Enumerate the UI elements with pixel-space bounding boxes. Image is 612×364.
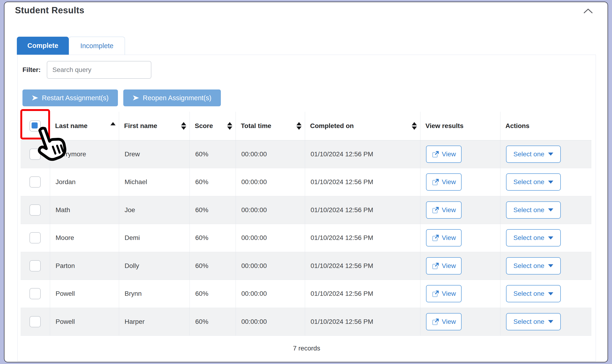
cell-completed-on: 01/10/2024 12:56 PM <box>305 224 420 252</box>
column-header-first-name[interactable]: First name <box>119 112 190 140</box>
external-link-icon <box>432 234 440 242</box>
cell-last-name: Jordan <box>50 168 119 196</box>
tab-content-pane: Filter: Restart Assignment(s) Reopen Ass… <box>17 55 596 361</box>
table-header-row: Last name First name Score Total ti <box>21 112 591 140</box>
column-header-score[interactable]: Score <box>190 112 236 140</box>
cell-first-name: Dolly <box>119 252 190 280</box>
cell-total-time: 00:00:00 <box>236 196 305 224</box>
cell-total-time: 00:00:00 <box>236 224 305 252</box>
row-checkbox[interactable] <box>29 316 41 327</box>
select-one-button[interactable]: Select one <box>506 229 561 247</box>
cell-total-time: 00:00:00 <box>236 168 305 196</box>
row-checkbox[interactable] <box>29 149 41 160</box>
view-button[interactable]: View <box>426 313 461 330</box>
view-button-label: View <box>442 262 456 270</box>
sort-asc-icon[interactable] <box>111 122 116 130</box>
cell-total-time: 00:00:00 <box>236 140 305 168</box>
cell-completed-on: 01/10/2024 12:56 PM <box>305 308 420 336</box>
column-header-total-time[interactable]: Total time <box>236 112 305 140</box>
view-button[interactable]: View <box>426 173 461 191</box>
restart-assignments-label: Restart Assignment(s) <box>42 94 109 102</box>
select-one-button[interactable]: Select one <box>506 201 561 219</box>
cell-first-name: Drew <box>119 140 190 168</box>
cell-score: 60% <box>190 224 236 252</box>
select-one-button[interactable]: Select one <box>506 145 561 163</box>
view-button[interactable]: View <box>426 229 461 247</box>
select-one-button[interactable]: Select one <box>506 285 561 302</box>
cell-total-time: 00:00:00 <box>236 308 305 336</box>
caret-down-icon <box>548 236 553 239</box>
select-one-button[interactable]: Select one <box>506 257 561 274</box>
select-all-checkbox[interactable] <box>29 120 41 131</box>
reopen-assignments-button[interactable]: Reopen Assignment(s) <box>123 90 221 106</box>
external-link-icon <box>432 318 440 326</box>
column-header-actions: Actions <box>500 112 591 140</box>
tab-incomplete[interactable]: Incomplete <box>69 37 125 55</box>
caret-down-icon <box>548 264 553 267</box>
view-button-label: View <box>442 150 456 158</box>
student-results-panel: Student Results Complete Incomplete Filt… <box>4 2 608 362</box>
view-button[interactable]: View <box>426 285 461 302</box>
table-row: Moore Demi 60% 00:00:00 01/10/2024 12:56… <box>21 224 591 252</box>
column-header-view-results: View results <box>420 112 500 140</box>
search-input[interactable] <box>47 61 151 79</box>
external-link-icon <box>432 150 440 158</box>
cell-first-name: Brynn <box>119 280 190 308</box>
select-one-label: Select one <box>514 150 544 158</box>
cell-last-name: Barrymore <box>50 140 119 168</box>
row-checkbox[interactable] <box>29 176 41 188</box>
sort-both-icon[interactable] <box>296 122 302 130</box>
external-link-icon <box>432 206 440 214</box>
arrow-icon <box>133 95 139 101</box>
column-header-completed-on[interactable]: Completed on <box>305 112 420 140</box>
view-button-label: View <box>442 234 456 242</box>
restart-assignments-button[interactable]: Restart Assignment(s) <box>22 90 118 106</box>
table-row: Parton Dolly 60% 00:00:00 01/10/2024 12:… <box>21 252 591 280</box>
caret-down-icon <box>548 292 553 295</box>
view-button[interactable]: View <box>426 257 461 274</box>
select-one-label: Select one <box>514 206 544 214</box>
external-link-icon <box>432 262 440 270</box>
table-row: Barrymore Drew 60% 00:00:00 01/10/2024 1… <box>21 140 591 168</box>
row-checkbox[interactable] <box>29 288 41 299</box>
cell-completed-on: 01/10/2024 12:56 PM <box>305 168 420 196</box>
select-one-button[interactable]: Select one <box>506 313 561 330</box>
tab-bar: Complete Incomplete <box>17 37 125 55</box>
column-label: Score <box>195 122 213 130</box>
bulk-actions: Restart Assignment(s) Reopen Assignment(… <box>22 90 221 106</box>
cell-last-name: Powell <box>50 308 119 336</box>
row-checkbox[interactable] <box>29 232 41 244</box>
tab-complete[interactable]: Complete <box>17 37 69 55</box>
arrow-icon <box>32 95 38 101</box>
view-button[interactable]: View <box>426 145 461 163</box>
column-header-last-name[interactable]: Last name <box>50 112 119 140</box>
select-one-label: Select one <box>514 318 544 325</box>
cell-score: 60% <box>190 140 236 168</box>
table-row: Jordan Michael 60% 00:00:00 01/10/2024 1… <box>21 168 591 196</box>
sort-both-icon[interactable] <box>181 122 186 130</box>
column-label: Total time <box>241 122 271 130</box>
table-row: Math Joe 60% 00:00:00 01/10/2024 12:56 P… <box>21 196 591 224</box>
view-button[interactable]: View <box>426 201 461 219</box>
cell-score: 60% <box>190 168 236 196</box>
select-one-label: Select one <box>514 262 544 270</box>
cell-score: 60% <box>190 196 236 224</box>
cell-completed-on: 01/10/2024 12:56 PM <box>305 280 420 308</box>
cell-first-name: Harper <box>119 308 190 336</box>
row-checkbox[interactable] <box>29 204 41 216</box>
cell-completed-on: 01/10/2024 12:56 PM <box>305 140 420 168</box>
sort-both-icon[interactable] <box>412 122 417 130</box>
external-link-icon <box>432 178 440 186</box>
sort-both-icon[interactable] <box>227 122 232 130</box>
select-one-button[interactable]: Select one <box>506 173 561 191</box>
table-row: Powell Brynn 60% 00:00:00 01/10/2024 12:… <box>21 280 591 308</box>
chevron-up-icon[interactable] <box>583 8 593 14</box>
cell-score: 60% <box>190 280 236 308</box>
cell-last-name: Powell <box>50 280 119 308</box>
cell-completed-on: 01/10/2024 12:56 PM <box>305 196 420 224</box>
page-title: Student Results <box>15 5 84 15</box>
cell-first-name: Joe <box>119 196 190 224</box>
student-results-table: Last name First name Score Total ti <box>21 112 591 336</box>
row-checkbox[interactable] <box>29 260 41 272</box>
view-button-label: View <box>442 318 456 325</box>
